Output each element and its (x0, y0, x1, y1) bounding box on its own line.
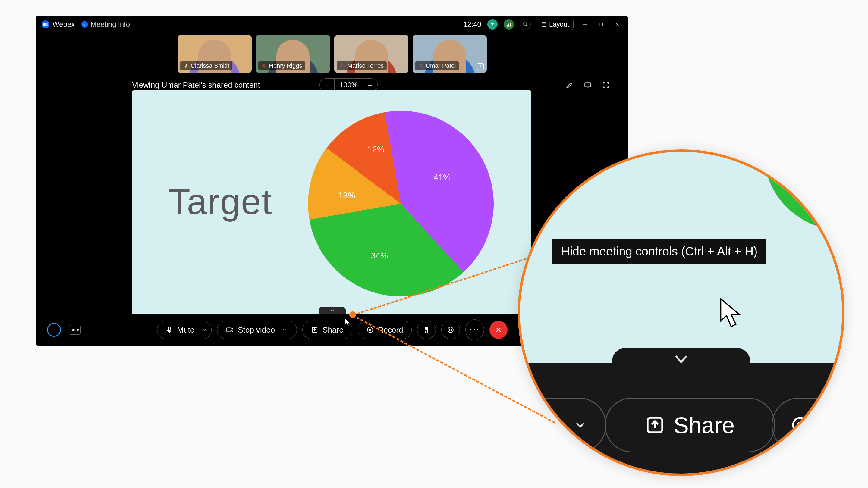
share-button[interactable]: Share (302, 321, 352, 339)
minimize-button[interactable] (580, 19, 590, 30)
svg-rect-20 (168, 327, 170, 331)
annotate-icon[interactable] (565, 80, 574, 90)
layout-button[interactable]: Layout (537, 19, 574, 30)
record-button[interactable]: Record (358, 321, 412, 339)
share-up-icon (311, 326, 318, 333)
participant-thumb[interactable]: Clarissa Smith (178, 35, 252, 73)
maximize-button[interactable] (596, 19, 606, 30)
meeting-info-button[interactable]: i Meeting info (82, 20, 130, 29)
webex-logo-icon (41, 21, 50, 28)
self-avatar[interactable] (47, 323, 61, 337)
pie-label-b: 34% (371, 251, 388, 261)
video-icon (226, 326, 234, 334)
svg-point-5 (524, 23, 526, 25)
pie-fragment (764, 150, 844, 230)
pie-chart: 41% 34% 13% 12% (293, 96, 508, 311)
mag-video-button-partial[interactable]: eo (518, 398, 607, 452)
toolbar-center: Mute Stop video Share Record (157, 319, 508, 340)
participant-thumb[interactable]: Marise Torres (334, 35, 408, 73)
svg-line-6 (526, 25, 527, 27)
tooltip-text: Hide meeting controls (Ctrl + Alt + H) (561, 245, 757, 258)
mute-chevron-icon[interactable] (201, 327, 208, 333)
svg-line-17 (418, 64, 423, 68)
participant-thumb[interactable]: Umar Patel (412, 35, 487, 73)
participant-label: Umar Patel (415, 61, 459, 70)
brand[interactable]: Webex (41, 20, 75, 29)
toolbar-left: cc ▾ (47, 323, 81, 337)
brand-name: Webex (53, 20, 75, 29)
pie-label-d: 12% (367, 144, 384, 154)
mag-share-label: Share (674, 412, 735, 438)
zoom-value: 100% (335, 81, 363, 89)
stop-video-button[interactable]: Stop video (217, 321, 297, 339)
mic-icon (166, 326, 173, 333)
cursor-icon (345, 319, 351, 327)
filmstrip: Clarissa Smith Henry Riggs Marise Torres (36, 35, 628, 73)
svg-rect-4 (510, 23, 511, 27)
zoom-in-button[interactable]: + (363, 78, 377, 91)
hide-controls-tooltip: Hide meeting controls (Ctrl + Alt + H) (552, 238, 767, 264)
mag-record-button-partial[interactable] (772, 398, 844, 452)
svg-rect-14 (185, 64, 186, 67)
svg-point-26 (448, 327, 453, 332)
network-status-icon[interactable] (504, 19, 514, 30)
share-label: Share (322, 325, 343, 335)
cc-button[interactable]: cc ▾ (69, 325, 81, 335)
content-header-icons (565, 80, 610, 90)
mic-muted-icon (261, 63, 267, 69)
svg-line-15 (262, 64, 266, 68)
svg-point-1 (45, 23, 49, 26)
mag-share-button[interactable]: Share (604, 398, 775, 452)
layout-label: Layout (549, 21, 569, 28)
popout-icon[interactable] (583, 80, 592, 90)
stop-video-label: Stop video (238, 325, 275, 335)
svg-point-28 (451, 329, 452, 330)
info-icon: i (82, 21, 88, 28)
svg-rect-3 (508, 24, 509, 27)
svg-line-16 (340, 64, 344, 68)
sharing-badge-icon (477, 63, 484, 70)
magnifier-callout: Hide meeting controls (Ctrl + Alt + H) e… (518, 150, 844, 476)
svg-point-25 (369, 329, 371, 331)
title-bar-right: 12:40 Layout (463, 19, 622, 30)
zoom-out-button[interactable]: − (320, 78, 335, 91)
participant-label: Marise Torres (337, 61, 387, 70)
participant-label: Henry Riggs (258, 61, 305, 70)
more-options-button[interactable]: ··· (465, 319, 484, 340)
mic-muted-icon (418, 63, 424, 69)
svg-point-34 (798, 423, 803, 427)
record-icon (790, 415, 810, 435)
share-up-icon (645, 415, 664, 435)
mag-collapse-button[interactable] (612, 348, 750, 370)
raise-hand-button[interactable] (417, 321, 436, 339)
cursor-icon-large (719, 298, 743, 328)
svg-rect-18 (585, 83, 591, 87)
fullscreen-icon[interactable] (601, 80, 610, 90)
svg-marker-31 (345, 319, 350, 326)
video-chevron-icon[interactable] (281, 327, 288, 333)
shared-slide: Target 41% 34% 13% 12% (132, 90, 531, 316)
leave-meeting-button[interactable] (490, 321, 507, 339)
title-bar-left: Webex i Meeting info (41, 20, 130, 29)
svg-point-27 (450, 329, 450, 330)
svg-rect-11 (599, 23, 603, 26)
mic-icon (183, 63, 188, 69)
zoom-control: − 100% + (319, 78, 378, 92)
search-icon[interactable] (520, 19, 531, 30)
close-button[interactable] (612, 19, 622, 30)
record-icon (367, 326, 374, 333)
participant-thumb[interactable]: Henry Riggs (256, 35, 330, 73)
mag-toolbar: eo Share (520, 363, 842, 474)
svg-rect-21 (227, 328, 231, 332)
viewing-label: Viewing Umar Patel's shared content (132, 80, 260, 90)
svg-marker-22 (231, 328, 233, 332)
reactions-button[interactable] (441, 321, 460, 339)
pie-label-c: 13% (338, 191, 355, 200)
mute-button[interactable]: Mute (157, 321, 212, 339)
collapse-controls-button[interactable] (318, 307, 346, 315)
chevron-down-icon (573, 418, 587, 432)
mic-muted-icon (340, 63, 345, 69)
title-bar: Webex i Meeting info 12:40 (36, 16, 628, 33)
status-dot-icon[interactable] (487, 19, 498, 30)
meeting-info-label: Meeting info (90, 20, 130, 29)
